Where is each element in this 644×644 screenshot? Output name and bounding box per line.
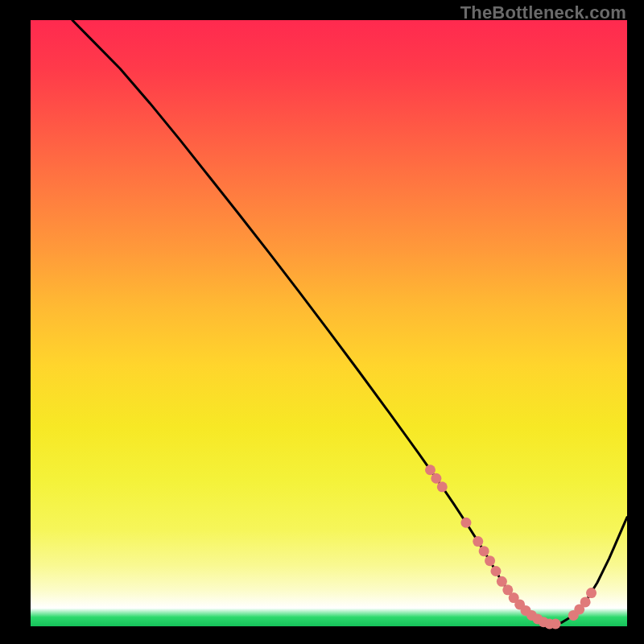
curve-marker xyxy=(580,597,591,607)
curve-marker xyxy=(497,576,507,587)
attribution-text: TheBottleneck.com xyxy=(460,2,626,23)
chart-canvas: TheBottleneck.com xyxy=(0,0,644,644)
curve-marker xyxy=(431,473,441,484)
curve-marker xyxy=(586,588,597,598)
bottleneck-curve xyxy=(31,20,627,626)
curve-marker xyxy=(473,536,483,547)
curve-marker xyxy=(437,481,448,492)
plot-area xyxy=(31,20,627,626)
curve-marker xyxy=(485,555,495,566)
curve-marker xyxy=(479,546,489,556)
curve-marker xyxy=(490,566,501,576)
curve-marker xyxy=(460,518,471,528)
curve-marker xyxy=(551,618,561,629)
curve-marker xyxy=(425,464,436,475)
